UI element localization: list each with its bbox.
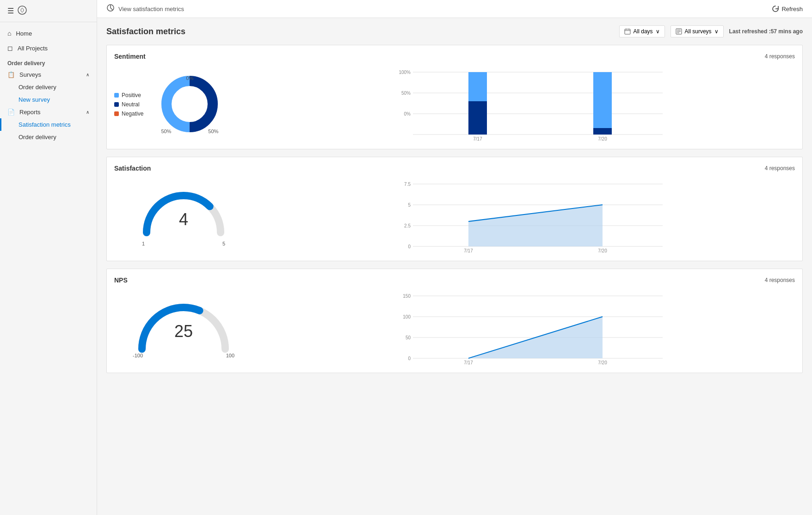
sidebar: ☰ ⌂ Home ◻ All Projects Order delivery 📋…: [0, 0, 97, 515]
nps-area-svg: 150 100 50 0 7/17 7/20: [271, 291, 795, 365]
projects-icon: ◻: [7, 44, 13, 52]
survey-filter-icon: [676, 28, 682, 35]
nps-gauge-max: 100: [226, 353, 234, 358]
svg-text:50%: 50%: [401, 91, 411, 96]
svg-text:7/20: 7/20: [598, 248, 607, 253]
reports-chevron-icon: ∧: [86, 110, 89, 115]
content-area: Satisfaction metrics All days ∨: [97, 18, 812, 515]
home-icon: ⌂: [7, 30, 11, 37]
donut-svg: [157, 72, 222, 136]
satisfaction-gauge-value: 4: [179, 210, 188, 229]
legend-positive: Positive: [114, 92, 143, 98]
refresh-icon: [772, 6, 779, 12]
nps-gauge: 25 -100 100: [133, 298, 234, 358]
donut-left-label: 50%: [161, 129, 171, 134]
satisfaction-area-chart: 7.5 5 2.5 0 7/17 7/20: [271, 179, 795, 253]
sidebar-item-new-survey[interactable]: New survey: [0, 93, 97, 106]
reports-toggle[interactable]: 📄 Reports ∧: [0, 106, 97, 118]
all-surveys-filter[interactable]: All surveys ∨: [671, 25, 724, 37]
last-refreshed: Last refreshed :57 mins ago: [729, 28, 803, 35]
topbar-breadcrumb: View satisfaction metrics: [118, 6, 184, 12]
satisfaction-card-content: 4 1 5 7.5 5: [114, 179, 795, 253]
topbar: View satisfaction metrics Refresh: [97, 0, 812, 18]
satisfaction-gauge-max: 5: [222, 241, 225, 246]
sidebar-navigation: ⌂ Home ◻ All Projects Order delivery 📋 S…: [0, 22, 97, 515]
sidebar-item-satisfaction-metrics[interactable]: Satisfaction metrics: [0, 118, 97, 131]
all-surveys-label: All surveys: [685, 28, 712, 35]
svg-text:7/17: 7/17: [464, 248, 473, 253]
nps-gauge-min: -100: [133, 353, 143, 358]
sentiment-bar-chart: 100% 50% 0% 7/17 7/20: [271, 67, 795, 141]
sidebar-item-home[interactable]: ⌂ Home: [0, 26, 97, 41]
all-days-filter[interactable]: All days ∨: [619, 25, 665, 37]
svg-rect-22: [468, 72, 487, 101]
sidebar-item-all-projects[interactable]: ◻ All Projects: [0, 41, 97, 55]
svg-text:7/17: 7/17: [464, 360, 473, 365]
page-title: Satisfaction metrics: [106, 27, 185, 37]
svg-text:100%: 100%: [399, 70, 411, 75]
svg-text:7/17: 7/17: [473, 136, 482, 141]
satisfaction-gauge-min: 1: [142, 241, 145, 246]
negative-label: Negative: [122, 110, 143, 117]
svg-text:0: 0: [408, 356, 411, 361]
legend-neutral: Neutral: [114, 101, 143, 108]
donut-right-label: 50%: [208, 129, 218, 134]
svg-point-13: [172, 86, 207, 122]
donut-top-label: 0%: [186, 75, 193, 81]
reports-icon: 📄: [7, 109, 15, 116]
refresh-button[interactable]: Refresh: [772, 6, 803, 12]
svg-point-0: [18, 6, 26, 14]
sidebar-header: ☰: [0, 0, 97, 22]
svg-text:7/20: 7/20: [598, 360, 607, 365]
sidebar-item-order-delivery-report[interactable]: Order delivery: [0, 131, 97, 143]
sentiment-card: Sentiment 4 responses Positive: [106, 45, 803, 149]
sidebar-section-order-delivery: Order delivery: [0, 55, 97, 68]
satisfaction-area-svg: 7.5 5 2.5 0 7/17 7/20: [271, 179, 795, 253]
sidebar-logo-icon: [18, 6, 27, 16]
sidebar-item-all-projects-label: All Projects: [18, 45, 48, 52]
nps-card-header: NPS 4 responses: [114, 276, 795, 284]
nps-card: NPS 4 responses 25 -100 100: [106, 269, 803, 373]
nps-responses: 4 responses: [765, 277, 795, 283]
surveys-chevron-icon: ∨: [714, 28, 719, 35]
surveys-chevron-icon: ∧: [86, 72, 89, 77]
days-chevron-icon: ∨: [656, 28, 660, 35]
sidebar-item-order-delivery-survey[interactable]: Order delivery: [0, 81, 97, 93]
sentiment-bar-svg: 100% 50% 0% 7/17 7/20: [271, 67, 795, 141]
satisfaction-title: Satisfaction: [114, 165, 151, 172]
nps-gauge-value: 25: [174, 322, 193, 341]
nps-area-chart: 150 100 50 0 7/17 7/20: [271, 291, 795, 365]
satisfaction-card: Satisfaction 4 responses 4 1: [106, 157, 803, 261]
sentiment-title: Sentiment: [114, 53, 146, 60]
sentiment-responses: 4 responses: [765, 53, 795, 60]
svg-rect-24: [593, 72, 612, 128]
nps-title: NPS: [114, 276, 128, 284]
neutral-label: Neutral: [122, 101, 140, 108]
nps-gauge-area: 25 -100 100: [114, 298, 253, 358]
satisfaction-card-header: Satisfaction 4 responses: [114, 165, 795, 172]
negative-dot: [114, 111, 119, 116]
donut-chart-wrap: 0% 50% 50%: [157, 72, 222, 138]
view-icon: [106, 4, 115, 14]
svg-text:5: 5: [408, 202, 411, 208]
page-header: Satisfaction metrics All days ∨: [106, 25, 803, 37]
legend-negative: Negative: [114, 110, 143, 117]
donut-legend: Positive Neutral Negative: [114, 92, 143, 117]
refresh-label: Refresh: [781, 6, 803, 12]
positive-label: Positive: [122, 92, 141, 98]
sentiment-card-content: Positive Neutral Negative: [114, 67, 795, 141]
sentiment-card-header: Sentiment 4 responses: [114, 53, 795, 60]
surveys-label: Surveys: [19, 71, 41, 78]
surveys-icon: 📋: [7, 71, 15, 78]
topbar-left: View satisfaction metrics: [106, 4, 184, 14]
satisfaction-responses: 4 responses: [765, 165, 795, 172]
main-content: View satisfaction metrics Refresh Satisf…: [97, 0, 812, 515]
satisfaction-gauge-area: 4 1 5: [114, 186, 253, 246]
sentiment-donut-area: Positive Neutral Negative: [114, 72, 253, 138]
calendar-icon: [624, 28, 631, 35]
surveys-toggle[interactable]: 📋 Surveys ∧: [0, 68, 97, 81]
svg-rect-21: [468, 101, 487, 135]
svg-text:150: 150: [403, 294, 411, 299]
hamburger-icon[interactable]: ☰: [7, 6, 14, 15]
positive-dot: [114, 93, 119, 98]
